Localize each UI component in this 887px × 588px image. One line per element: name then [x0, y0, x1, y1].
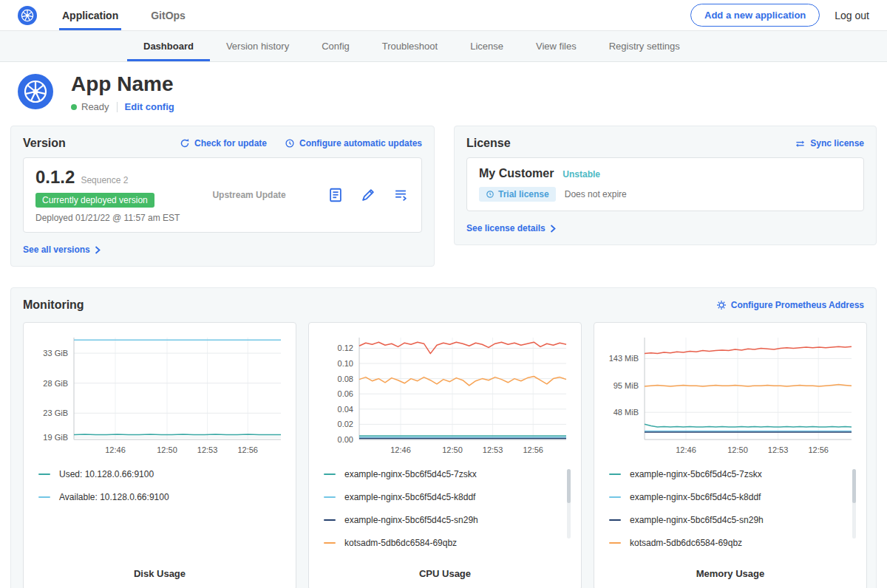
memory-usage-title: Memory Usage: [603, 568, 857, 579]
svg-text:143 MiB: 143 MiB: [609, 354, 639, 363]
legend-item: example-nginx-5bc6f5d4c5-7zskx: [609, 469, 857, 479]
topnav-tab-application[interactable]: Application: [59, 0, 121, 30]
legend-label: example-nginx-5bc6f5d4c5-k8ddf: [344, 492, 475, 502]
add-application-button[interactable]: Add a new application: [690, 4, 820, 27]
legend-label: example-nginx-5bc6f5d4c5-k8ddf: [630, 492, 761, 502]
svg-text:0.04: 0.04: [338, 405, 353, 414]
tab-license[interactable]: License: [454, 31, 520, 61]
legend-scrollbar[interactable]: [567, 469, 571, 539]
svg-text:12:56: 12:56: [237, 445, 258, 454]
dashboard-content: Version Check for update: [0, 126, 887, 588]
topnav-tab-gitops[interactable]: GitOps: [148, 0, 188, 30]
legend-scrollbar[interactable]: [852, 469, 856, 539]
legend-color-dash: [38, 496, 50, 498]
tab-config[interactable]: Config: [305, 31, 366, 61]
cpu-usage-title: CPU Usage: [318, 568, 572, 579]
svg-text:0.08: 0.08: [338, 375, 353, 383]
license-expiry: Does not expire: [565, 189, 627, 199]
configure-prometheus-link[interactable]: Configure Prometheus Address: [716, 300, 864, 310]
customer-name: My Customer: [479, 167, 554, 180]
legend-item: kotsadm-5db6dc6584-69qbz: [609, 538, 857, 548]
legend-item: Used: 10.128.0.66:9100: [38, 469, 287, 479]
svg-text:0.00: 0.00: [338, 435, 353, 444]
configure-automatic-updates-link[interactable]: Configure automatic updates: [285, 138, 422, 148]
memory-usage-panel: 12:4612:5012:5312:56143 MiB95 MiB48 MiB …: [594, 322, 867, 588]
legend-label: example-nginx-5bc6f5d4c5-7zskx: [630, 469, 762, 479]
legend-color-dash: [324, 519, 336, 521]
check-for-update-link[interactable]: Check for update: [180, 138, 267, 148]
topnav-tabs: Application GitOps: [59, 0, 215, 30]
cpu-usage-panel: 12:4612:5012:5312:560.120.100.080.060.04…: [308, 322, 582, 588]
legend-label: example-nginx-5bc6f5d4c5-sn29h: [630, 515, 764, 525]
version-card-title: Version: [23, 137, 66, 150]
kubernetes-logo-icon[interactable]: [18, 6, 37, 25]
svg-text:12:53: 12:53: [197, 445, 218, 454]
tab-version-history[interactable]: Version history: [210, 31, 305, 61]
svg-text:12:50: 12:50: [727, 445, 748, 454]
tab-view-files[interactable]: View files: [520, 31, 593, 61]
svg-text:0.12: 0.12: [338, 343, 353, 352]
divider: [117, 102, 118, 112]
svg-text:12:50: 12:50: [442, 445, 463, 454]
clock-refresh-icon: [285, 138, 295, 148]
top-nav: Application GitOps Add a new application…: [0, 0, 887, 31]
refresh-icon: [180, 138, 190, 148]
app-logo-icon: [18, 74, 53, 109]
logout-link[interactable]: Log out: [835, 10, 869, 21]
page-title: App Name: [71, 72, 174, 96]
edit-config-link[interactable]: Edit config: [125, 101, 174, 112]
svg-text:12:46: 12:46: [390, 445, 411, 454]
tab-troubleshoot[interactable]: Troubleshoot: [366, 31, 454, 61]
legend-scrollbar-thumb[interactable]: [567, 469, 571, 503]
trial-license-badge: Trial license: [479, 187, 556, 202]
license-card-title: License: [466, 137, 511, 150]
svg-text:12:56: 12:56: [523, 445, 543, 454]
monitoring-title: Monitoring: [23, 298, 84, 312]
svg-text:28 GiB: 28 GiB: [43, 379, 68, 388]
svg-text:19 GiB: 19 GiB: [43, 433, 68, 442]
legend-item: example-nginx-5bc6f5d4c5-k8ddf: [324, 492, 572, 502]
legend-color-dash: [324, 474, 336, 475]
disk-usage-title: Disk Usage: [33, 568, 287, 579]
legend-label: kotsadm-5db6dc6584-69qbz: [344, 538, 457, 548]
monitoring-card: Monitoring Configure Prometh: [10, 287, 877, 588]
legend-item: example-nginx-5bc6f5d4c5-7zskx: [324, 469, 572, 479]
release-notes-icon[interactable]: [327, 186, 344, 204]
legend-color-dash: [38, 474, 50, 475]
legend-label: Available: 10.128.0.66:9100: [59, 492, 169, 502]
edit-config-icon[interactable]: [359, 186, 377, 204]
deployed-version-badge: Currently deployed version: [35, 193, 154, 208]
version-card: Version Check for update: [10, 126, 435, 267]
svg-text:95 MiB: 95 MiB: [614, 381, 639, 390]
legend-label: example-nginx-5bc6f5d4c5-7zskx: [344, 469, 477, 479]
legend-color-dash: [609, 496, 621, 498]
legend-item: example-nginx-5bc6f5d4c5-sn29h: [609, 515, 857, 525]
svg-text:0.06: 0.06: [338, 389, 353, 398]
status-badge: Ready: [81, 101, 109, 112]
see-license-details-link[interactable]: See license details: [466, 223, 556, 233]
clock-icon: [486, 190, 495, 199]
svg-text:12:46: 12:46: [105, 445, 126, 454]
memory-usage-chart: 12:4612:5012:5312:56143 MiB95 MiB48 MiB: [603, 332, 857, 459]
license-details-box: My Customer Unstable Trial license Does …: [466, 157, 864, 211]
see-all-versions-link[interactable]: See all versions: [23, 245, 101, 255]
legend-scrollbar-thumb[interactable]: [852, 469, 856, 503]
legend-color-dash: [609, 542, 621, 544]
license-card: License Sync license My Customer Unstabl…: [454, 126, 877, 245]
svg-text:0.02: 0.02: [338, 420, 353, 428]
version-sequence: Sequence 2: [81, 175, 128, 185]
legend-label: Used: 10.128.0.66:9100: [59, 469, 154, 479]
legend-color-dash: [609, 519, 621, 521]
svg-text:12:50: 12:50: [157, 445, 177, 454]
tab-registry-settings[interactable]: Registry settings: [593, 31, 696, 61]
sync-license-link[interactable]: Sync license: [795, 138, 864, 148]
status-dot: [71, 104, 77, 110]
tab-dashboard[interactable]: Dashboard: [127, 31, 210, 61]
legend-color-dash: [324, 542, 336, 544]
cpu-usage-legend: example-nginx-5bc6f5d4c5-7zskxexample-ng…: [318, 469, 572, 561]
svg-text:48 MiB: 48 MiB: [614, 408, 639, 417]
deploy-logs-icon[interactable]: [392, 186, 409, 204]
legend-label: example-nginx-5bc6f5d4c5-sn29h: [344, 515, 478, 525]
svg-text:12:53: 12:53: [483, 445, 503, 454]
svg-text:12:46: 12:46: [676, 445, 696, 454]
